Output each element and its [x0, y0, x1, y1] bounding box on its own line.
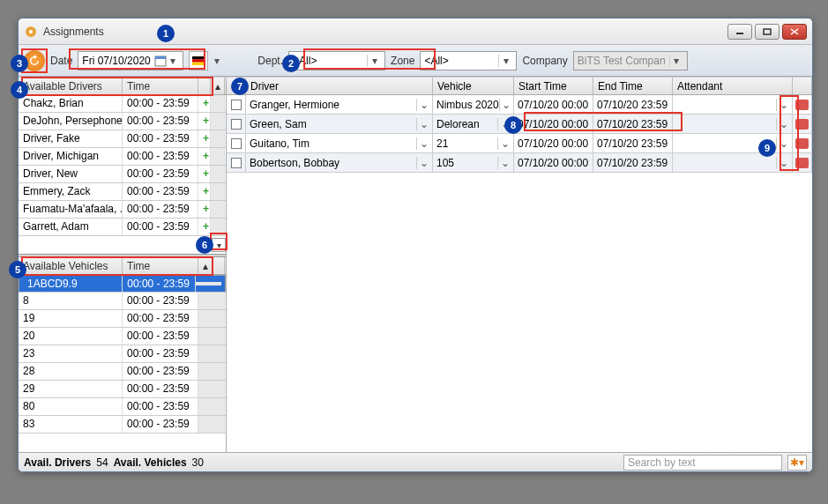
scrollbar[interactable] [198, 310, 225, 327]
assign-vehicle[interactable]: 21⌄ [433, 134, 514, 152]
driver-row[interactable]: Chakz, Brian00:00 - 23:59+ [19, 95, 226, 113]
assignment-row[interactable]: Bobertson, Bobbay⌄105⌄07/10/20 00:0007/1… [227, 153, 812, 173]
scrollbar[interactable] [211, 166, 225, 182]
assign-vehicle[interactable]: Delorean⌄ [433, 115, 514, 133]
assign-attendant[interactable]: ⌄ [673, 95, 793, 114]
driver-row[interactable]: Fuamatu-Ma'afaala, ...00:00 - 23:59+ [19, 201, 226, 219]
assign-driver[interactable]: Green, Sam⌄ [246, 115, 433, 133]
close-button[interactable] [782, 24, 807, 40]
assign-attendant[interactable]: ⌄ [673, 153, 793, 172]
hdr-vehicle[interactable]: Vehicle [433, 78, 514, 94]
vehicle-row[interactable]: 2800:00 - 23:59 [19, 363, 226, 381]
assign-end[interactable]: 07/10/20 23:59 [593, 115, 673, 133]
assignment-row[interactable]: Guitano, Tim⌄21⌄07/10/20 00:0007/10/20 2… [227, 134, 812, 153]
flag-icon[interactable] [189, 51, 208, 70]
assign-start[interactable]: 07/10/20 00:00 [514, 153, 593, 172]
assign-end[interactable]: 07/10/20 23:59 [593, 134, 673, 152]
delete-row-button[interactable] [793, 95, 812, 114]
vehicles-hdr-name[interactable]: Available Vehicles [19, 257, 123, 274]
driver-name: Driver, Michigan [19, 148, 123, 165]
scrollbar[interactable] [198, 398, 225, 415]
vehicle-time: 00:00 - 23:59 [123, 276, 196, 292]
row-checkbox[interactable] [227, 115, 246, 133]
scrollbar[interactable] [211, 130, 225, 147]
company-select[interactable]: BiTS Test Company ▾ [573, 51, 688, 70]
minimize-button[interactable] [727, 24, 752, 40]
scrollbar[interactable] [211, 183, 225, 200]
add-driver-button[interactable]: ▾ [212, 238, 226, 252]
scrollbar[interactable] [198, 416, 225, 433]
maximize-button[interactable] [755, 24, 780, 40]
scrollbar[interactable] [211, 113, 225, 130]
assign-driver[interactable]: Bobertson, Bobbay⌄ [246, 153, 433, 172]
scrollbar[interactable] [198, 293, 225, 309]
plus-icon[interactable]: + [198, 95, 211, 112]
hdr-driver[interactable]: Driver [246, 78, 433, 94]
vehicle-row[interactable]: 1900:00 - 23:59 [19, 310, 226, 328]
drivers-hdr-name[interactable]: Available Drivers [19, 78, 123, 94]
vehicle-row[interactable]: 2900:00 - 23:59 [19, 381, 226, 398]
vehicle-row[interactable]: 1ABCD9.900:00 - 23:59 [19, 275, 226, 293]
driver-row[interactable]: Driver, Fake00:00 - 23:59+ [19, 130, 226, 148]
dept-select[interactable]: <All> ▾ [288, 51, 385, 70]
drivers-hdr-time[interactable]: Time [123, 78, 198, 94]
hdr-end[interactable]: End Time [593, 78, 673, 94]
vehicle-row[interactable]: 8300:00 - 23:59 [19, 416, 226, 434]
scrollbar[interactable] [211, 148, 225, 165]
assign-vehicle[interactable]: Nimbus 2020⌄ [433, 95, 514, 114]
plus-icon[interactable]: + [198, 148, 211, 165]
plus-icon[interactable]: + [198, 219, 211, 235]
driver-row[interactable]: Driver, New00:00 - 23:59+ [19, 166, 226, 183]
plus-icon[interactable]: + [198, 130, 211, 147]
app-icon [24, 25, 38, 39]
assign-attendant[interactable]: ⌄ [673, 115, 793, 133]
scrollbar[interactable] [198, 381, 225, 397]
hdr-start[interactable]: Start Time [514, 78, 593, 94]
flag-dropdown[interactable]: ▾ [213, 55, 220, 67]
scrollbar[interactable] [196, 282, 221, 285]
plus-icon[interactable]: + [198, 183, 211, 200]
driver-row[interactable]: Garrett, Adam00:00 - 23:59+ [19, 219, 226, 236]
settings-icon[interactable]: ✱▾ [787, 455, 807, 471]
search-input[interactable]: Search by text [623, 455, 782, 471]
scrollbar[interactable] [211, 201, 225, 218]
driver-row[interactable]: Emmery, Zack00:00 - 23:59+ [19, 183, 226, 201]
assign-end[interactable]: 07/10/20 23:59 [593, 153, 673, 172]
scrollbar[interactable] [198, 328, 225, 345]
vehicle-row[interactable]: 8000:00 - 23:59 [19, 398, 226, 416]
scrollbar[interactable] [198, 363, 225, 380]
assign-driver[interactable]: Granger, Hermione⌄ [246, 95, 433, 114]
driver-name: Driver, Fake [19, 130, 123, 147]
driver-row[interactable]: DeJohn, Persephone00:00 - 23:59+ [19, 113, 226, 130]
driver-row[interactable]: Driver, Michigan00:00 - 23:59+ [19, 148, 226, 166]
scrollbar[interactable] [198, 345, 225, 362]
hdr-attendant[interactable]: Attendant [673, 78, 793, 94]
plus-icon[interactable]: + [198, 201, 211, 218]
row-checkbox[interactable] [227, 134, 246, 152]
row-checkbox[interactable] [227, 153, 246, 172]
chevron-down-icon: ⌄ [416, 118, 429, 130]
vehicle-time: 00:00 - 23:59 [123, 328, 198, 345]
delete-row-button[interactable] [793, 134, 812, 152]
assign-start[interactable]: 07/10/20 00:00 [514, 115, 593, 133]
assign-driver[interactable]: Guitano, Tim⌄ [246, 134, 433, 152]
assign-end[interactable]: 07/10/20 23:59 [593, 95, 673, 114]
scrollbar[interactable] [211, 219, 225, 235]
vehicles-hdr-time[interactable]: Time [123, 257, 198, 274]
date-picker[interactable]: Fri 07/10/2020 ▾ [78, 51, 183, 70]
scrollbar[interactable] [211, 95, 225, 112]
plus-icon[interactable]: + [198, 166, 211, 182]
vehicle-row[interactable]: 2000:00 - 23:59 [19, 328, 226, 345]
row-checkbox[interactable] [227, 95, 246, 114]
delete-row-button[interactable] [793, 153, 812, 172]
plus-icon[interactable]: + [198, 113, 211, 130]
vehicle-row[interactable]: 2300:00 - 23:59 [19, 345, 226, 363]
driver-time: 00:00 - 23:59 [123, 148, 198, 165]
assign-start[interactable]: 07/10/20 00:00 [514, 95, 593, 114]
vehicle-row[interactable]: 800:00 - 23:59 [19, 293, 226, 310]
assign-start[interactable]: 07/10/20 00:00 [514, 134, 593, 152]
zone-select[interactable]: <All> ▾ [420, 51, 517, 70]
assign-vehicle[interactable]: 105⌄ [433, 153, 514, 172]
delete-row-button[interactable] [793, 115, 812, 133]
assignment-row[interactable]: Granger, Hermione⌄Nimbus 2020⌄07/10/20 0… [227, 95, 812, 115]
